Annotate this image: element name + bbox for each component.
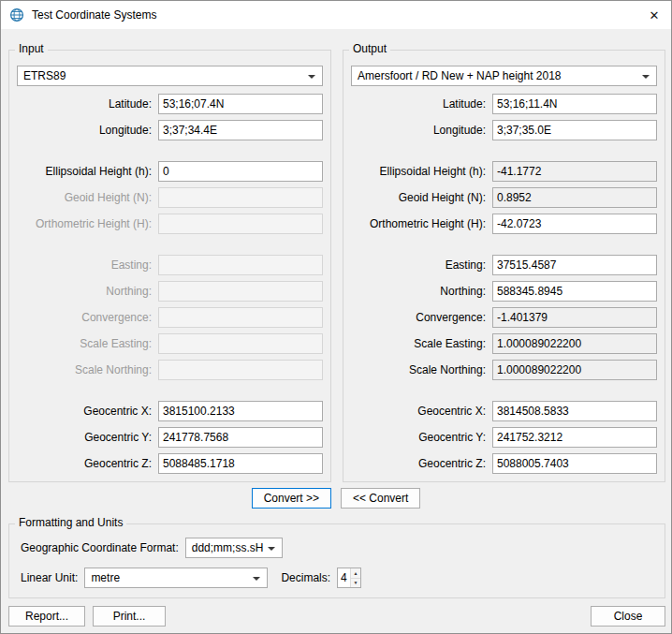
chevron-down-icon	[642, 75, 650, 79]
spin-down-icon[interactable]: ▼	[351, 579, 360, 588]
output-geocentric-z-field[interactable]	[492, 453, 657, 474]
print-button[interactable]: Print...	[93, 606, 166, 627]
input-geocentric-y-field[interactable]	[158, 427, 323, 448]
field-row: Scale Northing:	[351, 360, 657, 380]
input-scale-northing-field	[158, 360, 323, 380]
linear-unit-value: metre	[91, 571, 120, 584]
input-convergence-field	[158, 307, 323, 328]
convert-backward-button[interactable]: << Convert	[341, 488, 420, 509]
output-longitude-field[interactable]	[492, 120, 657, 140]
convert-forward-button[interactable]: Convert >>	[252, 488, 331, 509]
field-row: Geocentric Y:	[351, 427, 657, 448]
output-geoid-height-label: Geoid Height (N):	[351, 191, 486, 204]
formatting-group-label: Formatting and Units	[15, 516, 126, 529]
chevron-down-icon	[268, 547, 275, 551]
output-convergence-label: Convergence:	[351, 311, 486, 324]
input-ellipsoidal-height-field[interactable]	[158, 161, 323, 182]
geo-format-value: ddd;mm;ss.sH	[192, 541, 264, 554]
input-geoid-height-field	[158, 187, 323, 208]
decimals-label: Decimals:	[281, 571, 330, 584]
field-row: Geocentric Z:	[17, 453, 323, 474]
input-geocentric-x-label: Geocentric X:	[17, 405, 152, 418]
input-latitude-label: Latitude:	[17, 97, 152, 111]
field-row: Geocentric X:	[17, 401, 323, 421]
field-row: Longitude:	[17, 120, 323, 140]
input-longitude-field[interactable]	[158, 120, 323, 140]
field-row: Geoid Height (N):	[351, 187, 657, 208]
input-group: Input ETRS89 Latitude: Longitude: Ellips…	[8, 50, 331, 482]
report-button[interactable]: Report...	[8, 606, 85, 627]
output-orthometric-height-field[interactable]	[492, 214, 657, 234]
input-scale-easting-label: Scale Easting:	[17, 337, 152, 350]
output-ellipsoidal-height-field[interactable]	[492, 161, 657, 182]
geo-format-row: Geographic Coordinate Format: ddd;mm;ss.…	[21, 538, 653, 558]
output-northing-field[interactable]	[492, 281, 657, 302]
linear-unit-label: Linear Unit:	[21, 571, 78, 584]
decimals-stepper[interactable]: ▲ ▼	[337, 568, 361, 588]
field-row: Ellipsoidal Height (h):	[17, 161, 323, 182]
field-row: Convergence:	[351, 307, 657, 328]
input-crs-select[interactable]: ETRS89	[17, 66, 323, 86]
input-orthometric-height-label: Orthometric Height (H):	[17, 217, 152, 230]
field-row: Longitude:	[351, 120, 657, 140]
output-geocentric-y-label: Geocentric Y:	[351, 431, 486, 444]
spin-up-icon[interactable]: ▲	[351, 568, 360, 579]
output-scale-northing-label: Scale Northing:	[351, 363, 486, 376]
input-convergence-label: Convergence:	[17, 311, 152, 324]
input-geoid-height-label: Geoid Height (N):	[17, 191, 152, 204]
input-scale-northing-label: Scale Northing:	[17, 363, 152, 376]
input-geocentric-x-field[interactable]	[158, 401, 323, 421]
field-row: Latitude:	[17, 94, 323, 114]
input-crs-value: ETRS89	[23, 69, 66, 82]
field-row: Orthometric Height (H):	[351, 214, 657, 234]
field-row: Scale Northing:	[17, 360, 323, 380]
output-scale-easting-field[interactable]	[492, 333, 657, 354]
input-latitude-field[interactable]	[158, 94, 323, 114]
output-ellipsoidal-height-label: Ellipsoidal Height (h):	[351, 165, 486, 178]
title-bar: Test Coordinate Systems ✕	[1, 1, 671, 29]
close-icon[interactable]: ✕	[637, 1, 671, 29]
dialog-window: Test Coordinate Systems ✕ Input ETRS89 L…	[0, 0, 672, 634]
input-geocentric-z-field[interactable]	[158, 453, 323, 474]
input-longitude-label: Longitude:	[17, 124, 152, 137]
linear-unit-row: Linear Unit: metre Decimals: ▲ ▼	[21, 568, 653, 588]
output-geocentric-z-label: Geocentric Z:	[351, 457, 486, 470]
output-geocentric-x-label: Geocentric X:	[351, 405, 486, 418]
output-easting-field[interactable]	[492, 255, 657, 275]
output-convergence-field[interactable]	[492, 307, 657, 328]
input-northing-label: Northing:	[17, 285, 152, 298]
field-row: Geocentric Z:	[351, 453, 657, 474]
field-row: Scale Easting:	[17, 333, 323, 354]
field-row: Northing:	[17, 281, 323, 302]
close-button[interactable]: Close	[591, 606, 665, 627]
output-group-label: Output	[349, 42, 390, 55]
input-easting-field	[158, 255, 323, 275]
input-group-label: Input	[15, 42, 48, 55]
output-latitude-field[interactable]	[492, 94, 657, 114]
output-longitude-label: Longitude:	[351, 124, 486, 137]
output-crs-select[interactable]: Amersfoort / RD New + NAP height 2018	[351, 66, 657, 86]
output-scale-northing-field[interactable]	[492, 360, 657, 380]
linear-unit-select[interactable]: metre	[84, 568, 268, 588]
field-row: Latitude:	[351, 94, 657, 114]
convert-bar: Convert >> << Convert	[1, 488, 671, 509]
field-row: Geocentric X:	[351, 401, 657, 421]
output-orthometric-height-label: Orthometric Height (H):	[351, 217, 486, 230]
decimals-input[interactable]	[338, 568, 350, 587]
geo-format-select[interactable]: ddd;mm;ss.sH	[185, 538, 283, 558]
chevron-down-icon	[253, 577, 260, 581]
field-row: Geocentric Y:	[17, 427, 323, 448]
input-scale-easting-field	[158, 333, 323, 354]
input-easting-label: Easting:	[17, 258, 152, 272]
geo-format-label: Geographic Coordinate Format:	[21, 541, 179, 554]
output-geocentric-y-field[interactable]	[492, 427, 657, 448]
input-geocentric-y-label: Geocentric Y:	[17, 431, 152, 444]
field-row: Northing:	[351, 281, 657, 302]
output-geocentric-x-field[interactable]	[492, 401, 657, 421]
globe-icon	[9, 7, 24, 22]
input-geocentric-z-label: Geocentric Z:	[17, 457, 152, 470]
field-row: Convergence:	[17, 307, 323, 328]
output-crs-value: Amersfoort / RD New + NAP height 2018	[358, 69, 562, 82]
field-row: Ellipsoidal Height (h):	[351, 161, 657, 182]
output-geoid-height-field[interactable]	[492, 187, 657, 208]
